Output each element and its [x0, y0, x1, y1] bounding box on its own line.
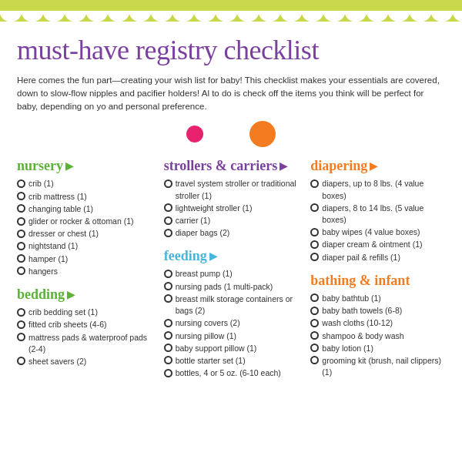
diapering-list: diapers, up to 8 lbs. (4 value boxes) di…: [310, 178, 445, 263]
bullet-icon: [310, 203, 319, 212]
bathing-section-title: bathing & infant: [310, 273, 445, 289]
bullet-icon: [164, 216, 172, 225]
bullet-icon: [164, 369, 172, 377]
strollers-section-title: strollers & carriers▶: [164, 158, 299, 174]
intro-paragraph: Here comes the fun part—creating your wi…: [17, 74, 445, 114]
bullet-icon: [17, 254, 25, 263]
page-title: must-have registry checklist: [17, 35, 445, 66]
bullet-icon: [164, 282, 172, 290]
scallop-header: [0, 0, 462, 22]
list-item: diaper bags (2): [164, 227, 299, 239]
feeding-arrow: ▶: [209, 250, 217, 263]
bullet-icon: [310, 344, 319, 352]
bullet-icon: [164, 270, 172, 278]
bullet-icon: [17, 333, 25, 341]
bullet-icon: [164, 203, 172, 212]
bedding-arrow: ▶: [67, 289, 75, 301]
bullet-icon: [310, 228, 319, 236]
bullet-icon: [17, 308, 25, 317]
list-item: nursing pads (1 multi-pack): [164, 281, 299, 293]
list-item: diapers, up to 8 lbs. (4 value boxes): [310, 178, 445, 201]
list-item: nursing covers (2): [164, 317, 299, 329]
nursery-section-title: nursery▶: [17, 158, 152, 174]
decorative-dots: [17, 121, 445, 147]
list-item: baby lotion (1): [310, 343, 445, 354]
list-item: breast pump (1): [164, 268, 299, 280]
list-item: travel system stroller or traditional st…: [164, 178, 299, 201]
list-item: baby bathtub (1): [310, 293, 445, 304]
column-1: nursery▶ crib (1) crib mattress (1) chan…: [17, 158, 158, 388]
nursery-list: crib (1) crib mattress (1) changing tabl…: [17, 178, 152, 277]
list-item: mattress pads & waterproof pads (2-4): [17, 332, 152, 355]
list-item: shampoo & body wash: [310, 330, 445, 342]
bullet-icon: [310, 331, 319, 340]
bullet-icon: [17, 192, 25, 200]
list-item: baby wipes (4 value boxes): [310, 226, 445, 238]
bullet-icon: [164, 356, 172, 364]
bullet-icon: [310, 240, 319, 249]
diapering-arrow: ▶: [370, 160, 377, 173]
list-item: bottle starter set (1): [164, 355, 299, 367]
feeding-section-title: feeding▶: [164, 248, 299, 264]
list-item: hamper (1): [17, 253, 152, 265]
column-2: strollers & carriers▶ travel system stro…: [158, 158, 305, 388]
bullet-icon: [17, 320, 25, 329]
bullet-icon: [164, 179, 172, 188]
list-item: crib (1): [17, 178, 152, 189]
list-item: baby bath towels (6-8): [310, 305, 445, 317]
bathing-list: baby bathtub (1) baby bath towels (6-8) …: [310, 293, 445, 379]
list-item: carrier (1): [164, 215, 299, 226]
bullet-icon: [164, 331, 172, 340]
list-item: nursing pillow (1): [164, 330, 299, 342]
list-item: lightweight stroller (1): [164, 203, 299, 214]
bullet-icon: [164, 344, 172, 352]
strollers-list: travel system stroller or traditional st…: [164, 178, 299, 239]
column-3: diapering▶ diapers, up to 8 lbs. (4 valu…: [304, 158, 445, 388]
bedding-list: crib bedding set (1) fitted crib sheets …: [17, 307, 152, 367]
bullet-icon: [17, 357, 25, 365]
list-item: breast milk storage containers or bags (…: [164, 293, 299, 317]
list-item: fitted crib sheets (4-6): [17, 319, 152, 330]
bullet-icon: [310, 356, 319, 364]
content-columns: nursery▶ crib (1) crib mattress (1) chan…: [17, 158, 445, 388]
page-content: must-have registry checklist Here comes …: [0, 22, 462, 402]
list-item: crib mattress (1): [17, 191, 152, 203]
list-item: diapers, 8 to 14 lbs. (5 value boxes): [310, 203, 445, 226]
feeding-list: breast pump (1) nursing pads (1 multi-pa…: [164, 268, 299, 379]
bullet-icon: [17, 204, 25, 213]
list-item: diaper pail & refills (1): [310, 252, 445, 263]
bullet-icon: [17, 242, 25, 250]
list-item: grooming kit (brush, nail clippers) (1): [310, 355, 445, 378]
nursery-arrow: ▶: [65, 160, 73, 173]
list-item: baby support pillow (1): [164, 343, 299, 354]
bullet-icon: [164, 229, 172, 237]
bullet-icon: [17, 266, 25, 275]
bullet-icon: [17, 179, 25, 188]
bullet-icon: [310, 253, 319, 261]
bullet-icon: [310, 179, 319, 188]
list-item: wash cloths (10-12): [310, 317, 445, 329]
bullet-icon: [164, 294, 172, 303]
bullet-icon: [310, 319, 319, 327]
bedding-section-title: bedding▶: [17, 287, 152, 303]
list-item: bottles, 4 or 5 oz. (6-10 each): [164, 367, 299, 379]
pink-dot: [186, 126, 203, 142]
bullet-icon: [310, 307, 319, 315]
bullet-icon: [310, 293, 319, 302]
list-item: crib bedding set (1): [17, 307, 152, 318]
list-item: sheet savers (2): [17, 356, 152, 367]
bullet-icon: [17, 230, 25, 238]
orange-dot: [249, 121, 276, 147]
list-item: diaper cream & ointment (1): [310, 239, 445, 250]
strollers-arrow: ▶: [280, 160, 287, 173]
list-item: hangers: [17, 266, 152, 277]
list-item: glider or rocker & ottoman (1): [17, 216, 152, 227]
list-item: nightstand (1): [17, 240, 152, 252]
diapering-section-title: diapering▶: [310, 158, 445, 174]
bullet-icon: [17, 217, 25, 226]
bullet-icon: [164, 319, 172, 327]
list-item: changing table (1): [17, 203, 152, 215]
list-item: dresser or chest (1): [17, 228, 152, 240]
